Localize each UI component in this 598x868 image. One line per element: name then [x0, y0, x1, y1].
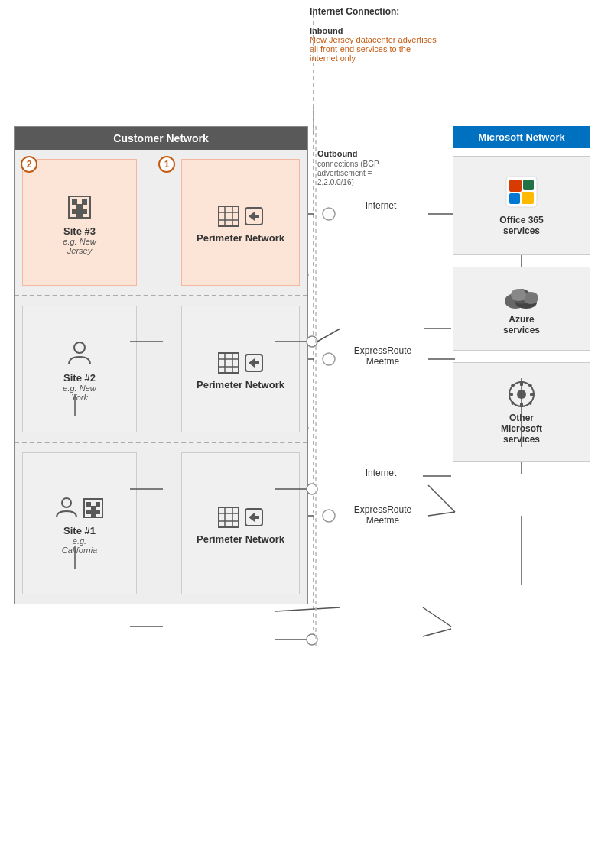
row2: Site #2 e.g. NewYork — [15, 296, 307, 442]
svg-rect-65 — [522, 192, 534, 204]
site3-box: Site #3 e.g. NewJersey — [22, 159, 137, 286]
router-icon-2 — [244, 353, 264, 373]
svg-rect-76 — [530, 393, 535, 396]
svg-text:Outbound: Outbound — [317, 149, 358, 158]
svg-rect-53 — [91, 506, 96, 517]
svg-rect-29 — [72, 209, 77, 214]
other-ms-icon — [507, 380, 536, 409]
svg-point-19 — [323, 208, 335, 220]
site3-label: Site #3 — [63, 225, 96, 237]
firewall-icon-2 — [217, 351, 240, 374]
perimeter2-icons — [217, 351, 264, 374]
person-icon-2 — [54, 496, 79, 520]
other-ms-box: OtherMicrosoftservices — [453, 362, 590, 462]
diagram-container: Internet Connection: Inbound New Jersey … — [0, 0, 598, 868]
azure-icon — [503, 283, 540, 310]
microsoft-network-header: Microsoft Network — [453, 126, 590, 148]
firewall-icon-3 — [217, 506, 240, 529]
svg-point-94 — [307, 634, 317, 645]
microsoft-network-box: Microsoft Network Office 365services — [453, 126, 590, 462]
svg-rect-28 — [82, 199, 87, 205]
svg-rect-73 — [520, 381, 523, 386]
svg-line-92 — [423, 607, 451, 627]
svg-rect-31 — [76, 204, 83, 218]
svg-rect-50 — [96, 502, 100, 507]
svg-text:advertisement =: advertisement = — [317, 169, 372, 177]
internet-label-1: Internet — [343, 199, 419, 212]
firewall-icon-1 — [217, 205, 240, 228]
badge-1: 1 — [158, 156, 175, 173]
azure-box: Azureservices — [453, 267, 590, 351]
building-icon-2 — [82, 497, 105, 520]
office365-label: Office 365services — [499, 215, 543, 236]
site2-label: Site #2 — [63, 372, 96, 384]
svg-point-20 — [323, 353, 335, 365]
site2-sublabel: e.g. NewYork — [63, 384, 96, 402]
svg-marker-60 — [249, 513, 259, 522]
svg-marker-38 — [249, 212, 259, 221]
svg-rect-74 — [520, 403, 523, 407]
svg-text:connections (BGP: connections (BGP — [317, 160, 379, 168]
site1-icons — [54, 496, 105, 520]
svg-rect-27 — [72, 199, 77, 205]
perimeter1-box: Perimeter Network — [181, 159, 300, 286]
svg-rect-75 — [509, 393, 513, 396]
svg-point-88 — [307, 484, 317, 494]
main-diagram: Outbound connections (BGP advertisement … — [0, 8, 598, 634]
azure-label: Azureservices — [503, 314, 540, 335]
site2-box: Site #2 e.g. NewYork — [22, 306, 137, 432]
row1: 2 1 Site #3 e.g. NewJersey — [15, 150, 307, 295]
svg-point-70 — [511, 289, 526, 301]
svg-rect-30 — [82, 209, 87, 214]
site1-sublabel: e.g.California — [62, 536, 97, 555]
perimeter2-box: Perimeter Network — [181, 306, 300, 432]
svg-rect-54 — [219, 507, 239, 527]
svg-point-39 — [74, 342, 85, 353]
svg-line-12 — [428, 485, 455, 512]
building-icon — [66, 193, 93, 221]
svg-line-84 — [317, 329, 340, 342]
site1-label: Site #1 — [63, 525, 96, 536]
expressroute-meetme-1: ExpressRouteMeetme — [343, 344, 423, 368]
svg-marker-46 — [249, 358, 259, 368]
perimeter3-label: Perimeter Network — [197, 533, 284, 545]
svg-rect-62 — [509, 180, 522, 192]
customer-network-header: Customer Network — [15, 127, 307, 150]
router-icon-1 — [244, 206, 264, 226]
svg-rect-63 — [523, 180, 534, 190]
customer-network-box: Customer Network 2 1 — [14, 126, 308, 604]
row3: Site #1 e.g.California — [15, 443, 307, 604]
svg-line-14 — [428, 512, 455, 516]
perimeter3-icons — [217, 506, 264, 529]
svg-point-47 — [62, 498, 71, 507]
badge-2: 2 — [21, 156, 37, 173]
office365-box: Office 365services — [453, 156, 590, 255]
perimeter3-box: Perimeter Network — [181, 452, 300, 594]
svg-rect-40 — [219, 353, 239, 373]
svg-text:2.2.0.0/16): 2.2.0.0/16) — [317, 178, 354, 186]
perimeter1-icons — [217, 205, 264, 228]
office365-icon — [505, 175, 538, 209]
perimeter1-label: Perimeter Network — [197, 232, 284, 244]
person-icon — [66, 340, 93, 368]
router-icon-3 — [244, 507, 264, 527]
svg-point-72 — [517, 390, 526, 399]
svg-point-83 — [307, 336, 317, 347]
svg-rect-51 — [86, 510, 91, 514]
svg-rect-49 — [86, 502, 91, 507]
svg-line-91 — [275, 607, 340, 611]
perimeter2-label: Perimeter Network — [197, 379, 284, 390]
site3-sublabel: e.g. NewJersey — [63, 237, 96, 255]
site1-box: Site #1 e.g.California — [22, 452, 137, 594]
other-ms-label: OtherMicrosoftservices — [501, 413, 542, 445]
svg-line-95 — [423, 629, 451, 636]
svg-rect-52 — [96, 510, 100, 514]
expressroute-meetme-2: ExpressRouteMeetme — [343, 503, 423, 527]
svg-rect-32 — [219, 206, 239, 226]
svg-point-21 — [323, 510, 335, 522]
svg-rect-64 — [509, 193, 520, 204]
internet-label-2: Internet — [343, 466, 419, 480]
